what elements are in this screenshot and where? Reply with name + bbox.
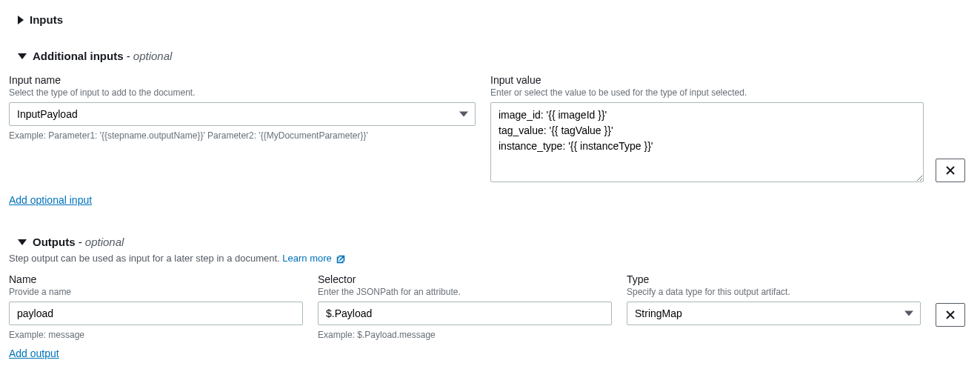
- input-name-label: Input name: [9, 74, 476, 86]
- input-name-help: Select the type of input to add to the d…: [9, 87, 476, 98]
- external-link-icon: [336, 254, 346, 264]
- input-name-example: Example: Parameter1: '{{stepname.outputN…: [9, 130, 476, 141]
- outputs-desc-text: Step output can be used as input for a l…: [9, 253, 282, 264]
- output-selector-label: Selector: [318, 273, 612, 285]
- output-type-label: Type: [627, 273, 921, 285]
- outputs-title-text: Outputs: [33, 236, 76, 248]
- input-value-textarea[interactable]: [490, 102, 924, 182]
- output-name-input[interactable]: [9, 302, 303, 325]
- close-icon: [944, 309, 956, 321]
- optional-label: optional: [133, 50, 173, 62]
- additional-inputs-title-text: Additional inputs: [33, 50, 123, 62]
- output-name-field: Name Provide a name Example: message: [9, 273, 303, 340]
- input-name-select[interactable]: [9, 102, 476, 126]
- input-name-field: Input name Select the type of input to a…: [9, 74, 476, 141]
- input-value-help: Enter or select the value to be used for…: [490, 87, 965, 98]
- output-name-example: Example: message: [9, 330, 303, 340]
- remove-input-button[interactable]: [936, 159, 965, 182]
- output-type-select[interactable]: [627, 302, 921, 325]
- learn-more-link[interactable]: Learn more: [282, 253, 346, 264]
- caret-right-icon: [18, 16, 24, 24]
- add-optional-input-link[interactable]: Add optional input: [9, 194, 92, 206]
- caret-down-icon: [18, 53, 27, 59]
- output-name-help: Provide a name: [9, 287, 303, 297]
- output-name-label: Name: [9, 273, 303, 285]
- learn-more-text: Learn more: [282, 253, 331, 264]
- additional-inputs-title: Additional inputs - optional: [33, 50, 172, 62]
- output-selector-help: Enter the JSONPath for an attribute.: [318, 287, 612, 297]
- remove-output-button[interactable]: [936, 303, 965, 327]
- output-selector-example: Example: $.Payload.message: [318, 330, 612, 340]
- outputs-section-header[interactable]: Outputs - optional: [18, 236, 965, 248]
- add-output-link[interactable]: Add output: [9, 347, 59, 359]
- input-value-field: Input value Enter or select the value to…: [490, 74, 965, 182]
- output-selector-field: Selector Enter the JSONPath for an attri…: [318, 273, 612, 340]
- input-value-label: Input value: [490, 74, 965, 86]
- inputs-title: Inputs: [30, 13, 63, 26]
- caret-down-icon: [18, 239, 27, 245]
- outputs-desc: Step output can be used as input for a l…: [9, 253, 965, 264]
- output-selector-input[interactable]: [318, 302, 612, 325]
- output-type-help: Specify a data type for this output arti…: [627, 287, 921, 297]
- close-icon: [944, 164, 956, 176]
- additional-inputs-section-header[interactable]: Additional inputs - optional: [18, 50, 965, 62]
- inputs-section-header[interactable]: Inputs: [18, 13, 965, 26]
- output-type-field: Type Specify a data type for this output…: [627, 273, 921, 325]
- optional-label: optional: [85, 236, 124, 248]
- outputs-title: Outputs - optional: [33, 236, 124, 248]
